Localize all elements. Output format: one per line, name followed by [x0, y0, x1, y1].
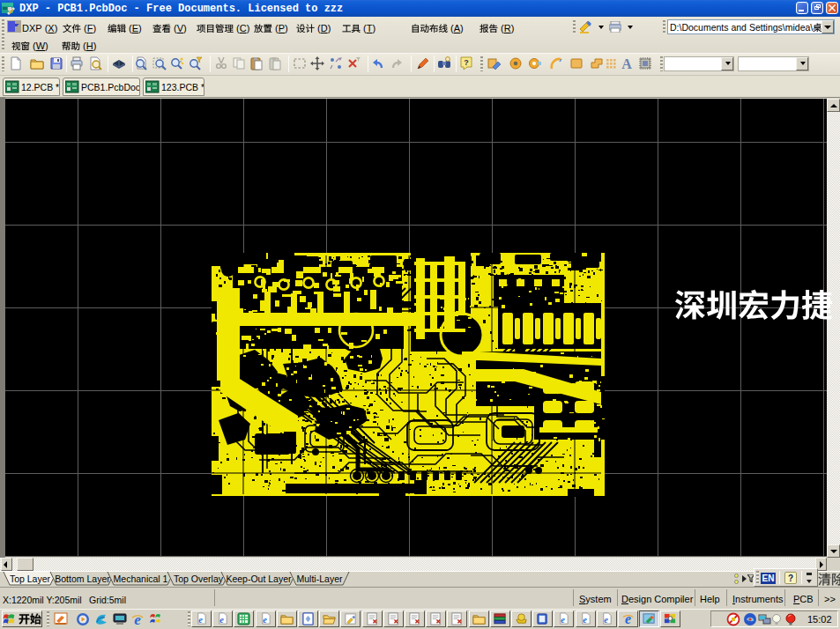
svg-text:Mechanical 1: Mechanical 1	[114, 574, 168, 584]
svg-text:Keep-Out Layer: Keep-Out Layer	[226, 574, 292, 584]
svg-text:Top Overlay: Top Overlay	[174, 574, 224, 584]
svg-text:Bottom Layer: Bottom Layer	[55, 574, 110, 584]
svg-text:Top Layer: Top Layer	[10, 574, 51, 584]
svg-text:e: e	[604, 615, 608, 625]
svg-text:?: ?	[464, 58, 469, 67]
svg-text:e: e	[561, 615, 565, 625]
svg-text:e: e	[198, 615, 203, 625]
svg-text:e: e	[625, 612, 631, 625]
svg-text:Multi-Layer: Multi-Layer	[297, 574, 343, 584]
svg-text:e: e	[134, 612, 141, 626]
svg-text:e: e	[263, 615, 267, 625]
svg-text:e: e	[583, 615, 587, 625]
svg-text:A: A	[621, 56, 632, 70]
svg-text:e: e	[219, 615, 224, 625]
